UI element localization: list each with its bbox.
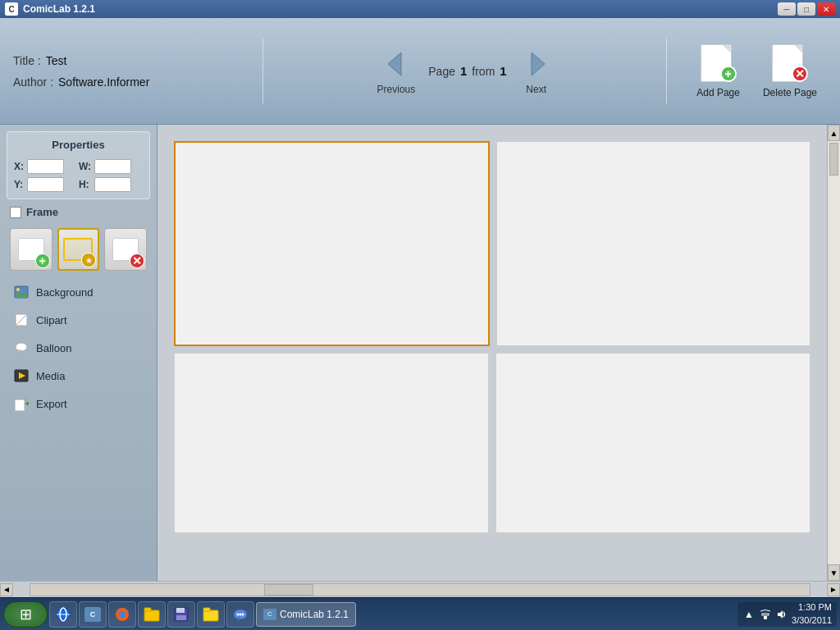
h-input[interactable] xyxy=(94,177,131,192)
svg-rect-11 xyxy=(15,399,25,411)
toolbar: Title : Test Author : Software.Informer … xyxy=(0,18,840,125)
sidebar-menu: Background Clipart Ballo xyxy=(7,279,150,417)
current-page: 1 xyxy=(460,64,467,78)
export-label: Export xyxy=(36,398,67,410)
background-icon xyxy=(13,284,30,300)
canvas-area[interactable] xyxy=(158,125,827,581)
clock-time: 1:30 PM xyxy=(792,601,832,614)
start-button[interactable]: ⊞ xyxy=(3,601,48,628)
page-actions: + Add Page ✕ Delete Page xyxy=(687,39,827,103)
clock-date: 3/30/2011 xyxy=(792,614,832,627)
h-scroll-thumb[interactable] xyxy=(264,584,313,596)
active-window-label: ComicLab 1.2.1 xyxy=(280,609,349,620)
svg-rect-32 xyxy=(764,616,767,619)
svg-rect-25 xyxy=(203,610,218,621)
svg-rect-26 xyxy=(203,608,210,611)
frame-buttons: + ★ ✕ xyxy=(7,225,150,274)
add-page-button[interactable]: + Add Page xyxy=(687,39,750,103)
frame-checkbox[interactable] xyxy=(10,207,21,218)
ie-icon[interactable] xyxy=(49,601,77,628)
y-input[interactable] xyxy=(27,177,64,192)
w-input[interactable] xyxy=(94,159,131,174)
system-tray: ▲ 1:30 PM 3/30/2011 xyxy=(737,602,837,627)
add-page-label: Add Page xyxy=(696,87,740,98)
close-button[interactable]: ✕ xyxy=(817,2,835,16)
page-navigation: Previous Page 1 from 1 Next xyxy=(283,44,646,98)
delete-page-icon: ✕ xyxy=(770,44,810,84)
next-button[interactable]: Next xyxy=(514,44,559,98)
media-label: Media xyxy=(36,370,65,382)
frame-star-icon: ★ xyxy=(81,253,96,267)
page-info: Page 1 from 1 xyxy=(428,64,506,78)
explorer-icon[interactable] xyxy=(138,601,166,628)
maximize-button[interactable]: □ xyxy=(797,2,815,16)
x-input[interactable] xyxy=(27,159,64,174)
folder-icon[interactable] xyxy=(197,601,225,628)
main-content: Properties X: W: Y: H: Frame + xyxy=(0,125,840,581)
selected-frame-button[interactable]: ★ xyxy=(57,228,100,271)
previous-button[interactable]: Previous xyxy=(371,44,422,98)
chat-icon[interactable] xyxy=(226,601,254,628)
author-value: Software.Informer xyxy=(58,75,149,89)
minimize-button[interactable]: ─ xyxy=(778,2,796,16)
scroll-left-button[interactable]: ◄ xyxy=(0,583,13,596)
delete-frame-button[interactable]: ✕ xyxy=(104,228,147,271)
sidebar-item-clipart[interactable]: Clipart xyxy=(7,307,150,333)
scroll-up-button[interactable]: ▲ xyxy=(828,125,840,141)
svg-point-3 xyxy=(16,288,20,291)
scroll-thumb[interactable] xyxy=(829,143,838,176)
svg-point-29 xyxy=(237,613,240,615)
svg-point-7 xyxy=(16,343,27,351)
tray-volume-icon[interactable] xyxy=(775,608,788,621)
canvas-cell-1[interactable] xyxy=(174,141,490,346)
tray-arrow-icon[interactable]: ▲ xyxy=(742,608,756,621)
sidebar-item-media[interactable]: Media xyxy=(7,363,150,389)
canvas-cell-4[interactable] xyxy=(495,353,810,533)
vertical-scrollbar[interactable]: ▲ ▼ xyxy=(827,125,840,581)
tray-network-icon[interactable] xyxy=(759,608,772,621)
title-bar: C ComicLab 1.2.1 ─ □ ✕ xyxy=(0,0,840,18)
svg-marker-0 xyxy=(388,52,401,75)
taskbar-clock: 1:30 PM 3/30/2011 xyxy=(792,601,832,627)
canvas-row-top xyxy=(174,141,810,346)
svg-point-31 xyxy=(242,613,244,615)
title-label: Title : xyxy=(13,54,41,67)
canvas-cell-2[interactable] xyxy=(496,141,810,346)
document-info: Title : Test Author : Software.Informer xyxy=(13,54,243,89)
page-label: Page xyxy=(428,65,455,78)
comiclab-taskbar-icon[interactable]: C xyxy=(79,601,107,628)
sidebar-item-balloon[interactable]: Balloon xyxy=(7,335,150,361)
canvas-cell-3[interactable] xyxy=(174,353,489,533)
total-pages: 1 xyxy=(500,64,506,78)
scroll-track xyxy=(828,141,840,564)
firefox-icon[interactable] xyxy=(108,601,136,628)
svg-rect-20 xyxy=(144,610,159,621)
svg-rect-23 xyxy=(176,608,185,613)
balloon-icon xyxy=(13,340,30,356)
separator-1 xyxy=(262,39,263,104)
sidebar-item-export[interactable]: Export xyxy=(7,390,150,417)
sidebar: Properties X: W: Y: H: Frame + xyxy=(0,125,158,581)
svg-marker-12 xyxy=(25,397,28,400)
scroll-right-button[interactable]: ► xyxy=(827,583,840,596)
h-label: H: xyxy=(79,179,91,190)
active-window-taskbar[interactable]: C ComicLab 1.2.1 xyxy=(256,602,356,627)
properties-title: Properties xyxy=(14,139,143,151)
add-frame-icon: + xyxy=(35,253,50,268)
sidebar-item-background[interactable]: Background xyxy=(7,279,150,305)
clipart-label: Clipart xyxy=(36,314,67,326)
next-icon xyxy=(520,48,553,80)
title-row: Title : Test xyxy=(13,54,243,67)
delete-page-button[interactable]: ✕ Delete Page xyxy=(753,39,827,103)
x-label: X: xyxy=(14,161,24,172)
scroll-down-button[interactable]: ▼ xyxy=(828,564,840,581)
export-icon xyxy=(13,395,30,412)
svg-rect-33 xyxy=(762,614,769,615)
svg-marker-34 xyxy=(778,610,783,619)
author-row: Author : Software.Informer xyxy=(13,75,243,89)
horizontal-scrollbar[interactable] xyxy=(30,583,810,596)
properties-panel: Properties X: W: Y: H: xyxy=(7,131,150,199)
add-frame-button[interactable]: + xyxy=(10,228,52,271)
floppy-icon[interactable] xyxy=(167,601,195,628)
separator-2 xyxy=(666,39,667,104)
